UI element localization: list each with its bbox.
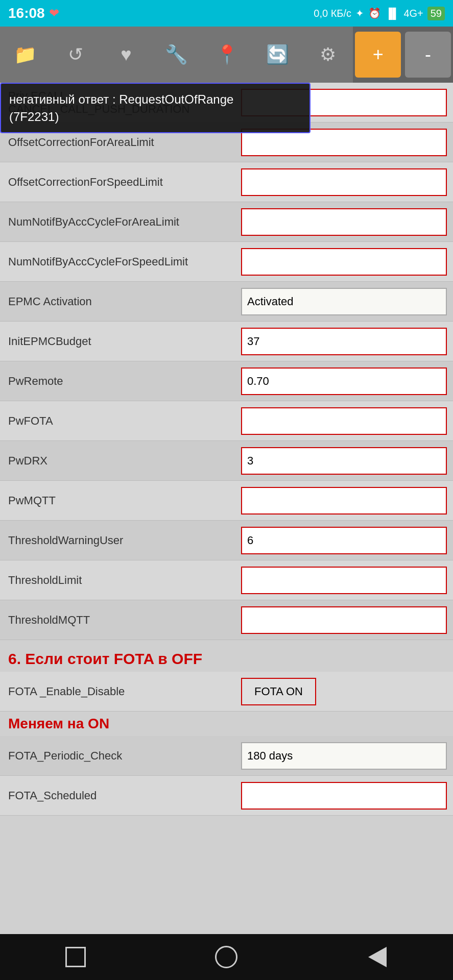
param-input-wrap-fota-enable: FOTA ON <box>235 674 453 709</box>
pin-button[interactable]: 📍 <box>202 27 252 83</box>
network-type-icon: 4G+ <box>403 8 423 19</box>
toast-notification: негативный ответ : RequestOutOfRange(7F2… <box>0 83 311 133</box>
status-time: 16:08 <box>8 5 45 21</box>
reload-button[interactable]: ↺ <box>51 27 101 83</box>
nav-back-button[interactable] <box>60 942 91 972</box>
param-input-wrap-threshold-warning <box>235 523 453 558</box>
nav-triangle-icon <box>368 947 387 967</box>
param-label-fota-periodic: FOTA_Periodic_Check <box>0 743 235 769</box>
param-label-pwmqtt: PwMQTT <box>0 488 235 513</box>
nav-recent-button[interactable] <box>362 942 393 972</box>
param-input-wrap-threshold-mqtt <box>235 602 453 638</box>
param-row-threshold-limit: ThresholdLimit <box>0 560 453 600</box>
param-row-fota-periodic: FOTA_Periodic_Check <box>0 736 453 776</box>
heart-icon: ❤ <box>49 6 59 20</box>
param-input-wrap-epmc <box>235 284 453 320</box>
param-input-wrap-3 <box>235 204 453 240</box>
status-bar-left: 16:08 ❤ <box>8 5 59 21</box>
param-label-threshold-warning: ThresholdWarningUser <box>0 528 235 553</box>
network-info: 0,0 КБ/с <box>314 8 351 19</box>
param-input-wrap-2 <box>235 164 453 200</box>
param-input-epmc[interactable] <box>241 288 447 315</box>
plus-button[interactable]: + <box>355 32 401 78</box>
param-input-pwremote[interactable] <box>241 368 447 395</box>
param-label-threshold-mqtt: ThresholdMQTT <box>0 607 235 633</box>
nav-square-icon <box>65 947 86 967</box>
param-input-2[interactable] <box>241 168 447 196</box>
nav-circle-icon <box>215 946 237 968</box>
section-header-fota: 6. Если стоит FOTA в OFF <box>0 640 453 672</box>
param-row-pwremote: PwRemote <box>0 361 453 401</box>
nav-bar <box>0 934 453 980</box>
param-row: NumNotifByAccCycleForSpeedLimit <box>0 242 453 282</box>
param-label-fota-scheduled: FOTA_Scheduled <box>0 783 235 808</box>
fota-enable-row: FOTA _Enable_Disable FOTA ON <box>0 672 453 712</box>
param-label-pwremote: PwRemote <box>0 369 235 394</box>
param-row-fota-scheduled: FOTA_Scheduled <box>0 776 453 816</box>
tools-button[interactable]: 🔧 <box>151 27 202 83</box>
signal-icon: ▐▌ <box>385 8 399 19</box>
content-scroll[interactable]: Priv ECALL - CANCEL_CALL_PUSH_DURATION O… <box>0 83 453 934</box>
param-input-wrap-pwdrx <box>235 443 453 479</box>
nav-home-button[interactable] <box>211 942 242 972</box>
minus-button[interactable]: - <box>405 32 451 78</box>
param-label-pwfota: PwFOTA <box>0 408 235 434</box>
param-row-init: InitEPMCBudget <box>0 322 453 361</box>
sync-button[interactable]: 🔄 <box>252 27 303 83</box>
param-input-pwfota[interactable] <box>241 407 447 435</box>
status-bar-right: 0,0 КБ/с ✦ ⏰ ▐▌ 4G+ 59 <box>314 7 445 20</box>
param-label-threshold-limit: ThresholdLimit <box>0 568 235 593</box>
param-row-threshold-warning: ThresholdWarningUser <box>0 521 453 560</box>
param-label-epmc: EPMC Activation <box>0 289 235 314</box>
param-row: OffsetCorrectionForSpeedLimit <box>0 162 453 202</box>
param-row-pwfota: PwFOTA <box>0 401 453 441</box>
param-input-3[interactable] <box>241 208 447 236</box>
status-bar: 16:08 ❤ 0,0 КБ/с ✦ ⏰ ▐▌ 4G+ 59 <box>0 0 453 27</box>
param-input-fota-periodic[interactable] <box>241 742 447 770</box>
param-input-wrap-4 <box>235 244 453 280</box>
favorites-button[interactable]: ♥ <box>101 27 152 83</box>
bottom-spacer <box>0 816 453 918</box>
param-input-pwdrx[interactable] <box>241 447 447 475</box>
param-input-wrap-pwremote <box>235 363 453 399</box>
param-input-4[interactable] <box>241 248 447 276</box>
param-label-pwdrx: PwDRX <box>0 448 235 474</box>
param-row: NumNotifByAccCycleForAreaLimit <box>0 202 453 242</box>
folder-button[interactable]: 📁 <box>0 27 51 83</box>
param-label-fota-enable: FOTA _Enable_Disable <box>0 679 235 704</box>
param-input-init[interactable] <box>241 328 447 355</box>
settings-button[interactable]: ⚙ <box>303 27 353 83</box>
param-row-threshold-mqtt: ThresholdMQTT <box>0 600 453 640</box>
battery-icon: 59 <box>427 7 445 20</box>
param-label-4: NumNotifByAccCycleForSpeedLimit <box>0 249 235 275</box>
param-input-wrap-fota-periodic <box>235 738 453 774</box>
param-input-wrap-fota-scheduled <box>235 778 453 814</box>
param-label-2: OffsetCorrectionForSpeedLimit <box>0 169 235 195</box>
bluetooth-icon: ✦ <box>355 7 364 19</box>
param-row-epmc: EPMC Activation <box>0 282 453 322</box>
toast-text: негативный ответ : RequestOutOfRange(7F2… <box>9 92 233 124</box>
param-input-wrap-pwfota <box>235 403 453 439</box>
fota-on-button[interactable]: FOTA ON <box>241 678 316 705</box>
param-row-pwdrx: PwDRX <box>0 441 453 481</box>
param-input-wrap-threshold-limit <box>235 562 453 598</box>
param-input-fota-scheduled[interactable] <box>241 782 447 810</box>
param-row-pwmqtt: PwMQTT <box>0 481 453 521</box>
param-input-wrap-init <box>235 324 453 359</box>
param-input-threshold-warning[interactable] <box>241 527 447 554</box>
clock-icon: ⏰ <box>368 7 381 19</box>
param-input-pwmqtt[interactable] <box>241 487 447 514</box>
param-input-wrap-pwmqtt <box>235 483 453 519</box>
toolbar: 📁 ↺ ♥ 🔧 📍 🔄 ⚙ + - <box>0 27 453 83</box>
param-label-init: InitEPMCBudget <box>0 329 235 354</box>
param-label-3: NumNotifByAccCycleForAreaLimit <box>0 209 235 235</box>
param-input-threshold-mqtt[interactable] <box>241 606 447 634</box>
param-input-threshold-limit[interactable] <box>241 567 447 594</box>
fota-note: Меняем на ON <box>0 712 453 736</box>
